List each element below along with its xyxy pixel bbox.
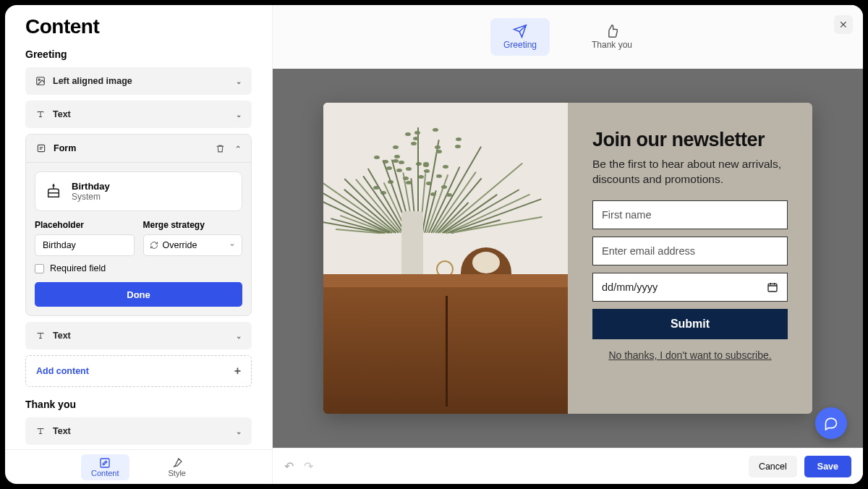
add-content-button[interactable]: Add content + <box>25 355 252 387</box>
topbar: Greeting Thank you ✕ <box>273 5 863 69</box>
block-label: Text <box>53 426 71 436</box>
block-label: Text <box>53 109 71 119</box>
tab-style[interactable]: Style <box>158 454 196 480</box>
block-text-3[interactable]: Text ⌄ <box>25 417 252 445</box>
svg-rect-3 <box>101 459 109 467</box>
merge-value: Override <box>163 240 197 250</box>
chevron-down-icon: ⌄ <box>236 111 242 119</box>
chevron-down-icon: ⌄ <box>236 428 242 435</box>
merge-label: Merge strategy <box>143 220 243 230</box>
input-email[interactable]: Enter email address <box>592 237 788 265</box>
popup-heading: Join our newsletter <box>592 129 788 151</box>
block-text-1[interactable]: Text ⌄ <box>25 101 252 128</box>
save-button[interactable]: Save <box>804 456 851 477</box>
preview-canvas: Join our newsletter Be the first to hear… <box>273 69 863 448</box>
block-label: Form <box>54 143 76 153</box>
decline-link[interactable]: No thanks, I don't want to subscribe. <box>592 349 788 361</box>
field-card-birthday[interactable]: Birthday System <box>35 171 242 211</box>
refresh-icon <box>150 241 158 250</box>
form-icon <box>36 143 46 153</box>
sidebar-tabs: Content Style <box>5 449 272 484</box>
paper-plane-icon <box>512 24 528 38</box>
field-sub: System <box>72 192 110 202</box>
placeholder-label: Placeholder <box>35 220 135 230</box>
chevron-down-icon: ⌄ <box>236 77 242 85</box>
brush-icon <box>171 457 183 469</box>
chevron-up-icon: ⌃ <box>235 145 241 153</box>
required-label: Required field <box>50 263 106 273</box>
block-label: Text <box>53 331 71 341</box>
submit-button[interactable]: Submit <box>592 309 788 339</box>
main: Greeting Thank you ✕ Joi <box>273 5 863 484</box>
help-fab[interactable] <box>815 407 847 439</box>
calendar-icon <box>767 281 778 293</box>
popup-sub: Be the first to hear about new arrivals,… <box>592 157 788 187</box>
section-greeting: Greeting <box>25 48 252 60</box>
cancel-button[interactable]: Cancel <box>749 456 797 477</box>
done-button[interactable]: Done <box>35 282 242 307</box>
chat-icon <box>824 416 838 430</box>
sidebar: Content Greeting Left aligned image ⌄ Te… <box>5 5 273 484</box>
tab-thankyou[interactable]: Thank you <box>579 18 645 56</box>
sidebar-title: Content <box>25 15 252 38</box>
thumbs-up-icon <box>605 24 619 38</box>
text-icon <box>35 109 46 119</box>
block-text-2[interactable]: Text ⌄ <box>25 322 252 349</box>
add-content-label: Add content <box>36 366 89 376</box>
popup-preview: Join our newsletter Be the first to hear… <box>323 103 812 414</box>
redo-button[interactable]: ↷ <box>304 459 313 473</box>
merge-select[interactable]: Override <box>143 234 243 256</box>
section-thankyou: Thank you <box>25 399 252 410</box>
input-date[interactable]: dd/mm/yyyy <box>592 273 788 302</box>
svg-rect-2 <box>38 145 44 151</box>
input-first-name[interactable]: First name <box>592 200 788 229</box>
tab-greeting[interactable]: Greeting <box>490 18 550 56</box>
trash-icon[interactable] <box>216 144 225 153</box>
text-icon <box>35 426 46 436</box>
plus-icon: + <box>234 365 241 378</box>
chevron-down-icon: ⌄ <box>236 332 242 340</box>
svg-rect-4 <box>768 284 777 292</box>
pencil-square-icon <box>99 457 111 469</box>
text-icon <box>35 331 46 341</box>
required-checkbox[interactable] <box>35 264 44 273</box>
block-left-aligned-image[interactable]: Left aligned image ⌄ <box>25 67 252 95</box>
close-button[interactable]: ✕ <box>834 15 853 34</box>
undo-button[interactable]: ↶ <box>284 459 294 473</box>
placeholder-input[interactable] <box>35 234 135 256</box>
svg-point-1 <box>38 79 40 80</box>
form-block-header[interactable]: Form ⌃ <box>26 135 251 163</box>
tab-content[interactable]: Content <box>81 454 129 480</box>
field-name: Birthday <box>72 181 110 192</box>
popup-image <box>323 103 568 414</box>
close-icon: ✕ <box>839 19 848 30</box>
block-form-expanded: Form ⌃ Birthday System Placeholder <box>25 134 252 316</box>
birthday-icon <box>44 182 63 201</box>
footer: ↶ ↷ Cancel Save <box>273 448 863 484</box>
block-label: Left aligned image <box>53 76 132 86</box>
image-icon <box>35 76 46 86</box>
